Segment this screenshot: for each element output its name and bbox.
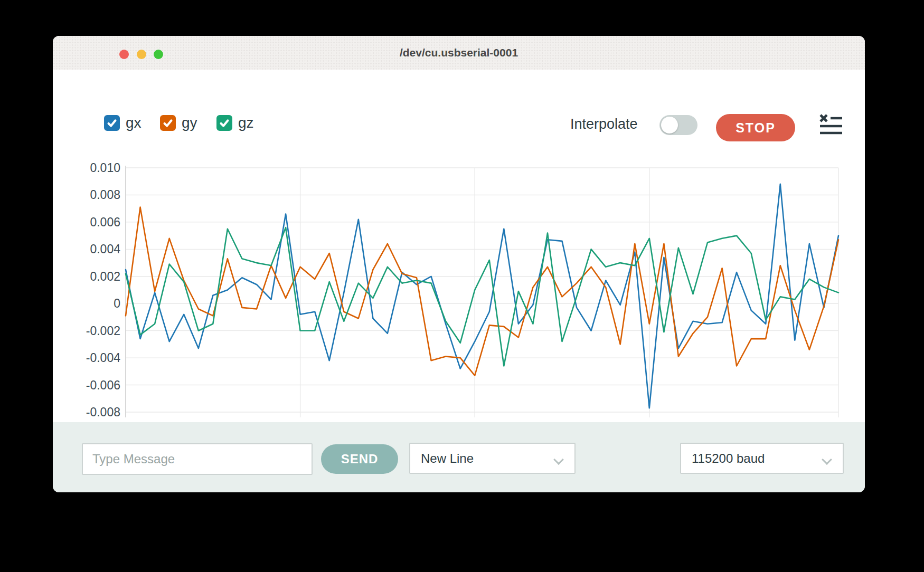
- plot-area: 0.0100.0080.0060.0040.0020-0.002-0.004-0…: [53, 106, 865, 458]
- y-axis-tick-label: 0.010: [53, 160, 120, 175]
- y-axis-tick-label: -0.006: [53, 378, 120, 393]
- serial-plotter-window: /dev/cu.usbserial-0001 gxgygz Interpolat…: [53, 36, 865, 492]
- chevron-down-icon: [554, 454, 564, 463]
- y-axis-tick-label: 0.002: [53, 269, 120, 284]
- line-ending-value: New Line: [421, 451, 554, 466]
- line-chart: [53, 106, 865, 458]
- line-ending-select[interactable]: New Line: [409, 443, 576, 474]
- baud-rate-select[interactable]: 115200 baud: [680, 443, 844, 474]
- y-axis-tick-label: 0.008: [53, 187, 120, 202]
- window-title: /dev/cu.usbserial-0001: [53, 36, 865, 70]
- y-axis-tick-label: 0.004: [53, 242, 120, 256]
- baud-rate-value: 115200 baud: [692, 451, 823, 466]
- title-bar[interactable]: /dev/cu.usbserial-0001: [53, 36, 865, 70]
- y-axis-tick-label: -0.008: [53, 405, 120, 420]
- y-axis-tick-label: 0.006: [53, 215, 120, 230]
- chevron-down-icon: [823, 454, 832, 463]
- desktop-background: /dev/cu.usbserial-0001 gxgygz Interpolat…: [0, 0, 924, 572]
- message-input[interactable]: [82, 443, 313, 475]
- y-axis-tick-label: -0.002: [53, 323, 120, 338]
- serial-console-bar: SEND New Line 115200 baud: [53, 422, 865, 492]
- y-axis-tick-label: -0.004: [53, 350, 120, 365]
- y-axis-tick-label: 0: [53, 296, 120, 311]
- send-button[interactable]: SEND: [321, 444, 398, 474]
